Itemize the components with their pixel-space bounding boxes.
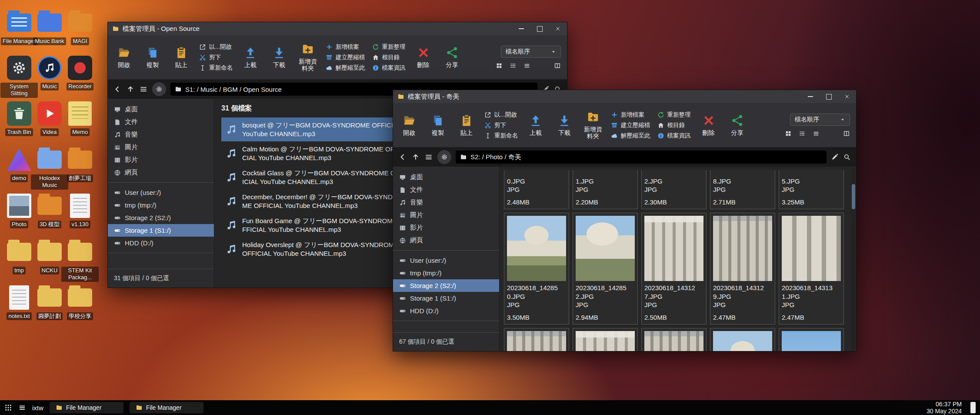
clock[interactable]: 06:37 PM 30 May 2024: [927, 401, 964, 415]
sidebar-item-storage-2[interactable]: Storage 2 (S2:/): [393, 279, 499, 292]
new-folder-button[interactable]: 新增資料夾: [297, 43, 319, 72]
open-button[interactable]: 開啟: [398, 114, 420, 136]
root-button[interactable]: 根目錄: [372, 54, 406, 61]
copy-button[interactable]: 複製: [142, 46, 163, 68]
refresh-button[interactable]: 重新整理: [372, 43, 406, 51]
sort-dropdown[interactable]: 檔名順序: [501, 46, 561, 58]
grid-view-icon[interactable]: [785, 130, 792, 137]
paste-button[interactable]: 貼上: [170, 46, 192, 68]
photo-cell[interactable]: 20230618_143129.JPGJPG2.47MB: [710, 213, 775, 325]
window-list-icon[interactable]: [18, 404, 26, 412]
sidebar-item-desktop[interactable]: 桌面: [393, 171, 499, 184]
menu-icon[interactable]: [139, 85, 148, 94]
up-icon[interactable]: [411, 153, 420, 161]
sidebar-item-hdd[interactable]: HDD (D:/): [108, 237, 214, 249]
grid-view-icon[interactable]: [496, 62, 503, 69]
maximize-button[interactable]: [530, 22, 549, 35]
sidebar-item-hdd[interactable]: HDD (D:/): [393, 305, 499, 317]
new-folder-button[interactable]: 新增資料夾: [582, 110, 604, 140]
desktop-icon-school-share[interactable]: 學校分享: [61, 284, 99, 320]
desktop-icon-stem-kit[interactable]: STEM Kit Packag...: [61, 238, 99, 282]
columns-view-icon[interactable]: [843, 130, 850, 137]
sort-dropdown[interactable]: 檔名順序: [790, 114, 850, 126]
photo-cell[interactable]: [573, 328, 638, 351]
sidebar-item-documents[interactable]: 文件: [393, 184, 499, 196]
back-icon[interactable]: [398, 153, 407, 161]
compact-view-icon[interactable]: [523, 62, 530, 69]
sidebar-item-music[interactable]: 音樂: [393, 196, 499, 209]
app-launcher-icon[interactable]: [4, 404, 12, 412]
list-view-icon[interactable]: [510, 62, 517, 69]
sidebar-item-tmp-drive[interactable]: tmp (tmp:/): [393, 267, 499, 279]
upload-button[interactable]: 上載: [240, 46, 261, 68]
sidebar-item-tmp-drive[interactable]: tmp (tmp:/): [108, 199, 214, 211]
photo-cell[interactable]: 20230618_142850.JPGJPG3.50MB: [504, 213, 569, 325]
photo-cell[interactable]: 5.JPGJPG3.25MB: [779, 170, 844, 209]
file-info-button[interactable]: 檔案資訊: [372, 64, 406, 72]
sidebar-item-documents[interactable]: 文件: [108, 116, 214, 128]
sidebar-item-pictures[interactable]: 圖片: [393, 209, 499, 221]
photo-cell[interactable]: 20230618_143127.JPGJPG2.50MB: [641, 213, 707, 325]
sidebar-item-storage-2[interactable]: Storage 2 (S2:/): [108, 211, 214, 224]
sidebar-item-videos[interactable]: 影片: [108, 154, 214, 166]
photo-cell[interactable]: 2.JPGJPG2.30MB: [641, 170, 707, 209]
photo-cell[interactable]: 1.JPGJPG2.20MB: [573, 170, 638, 209]
paste-button[interactable]: 貼上: [456, 114, 477, 136]
sidebar-item-user-drive[interactable]: User (user:/): [108, 186, 214, 199]
path-bar[interactable]: S2: / Photo / 奇美: [456, 151, 827, 164]
sidebar-item-pictures[interactable]: 圖片: [108, 141, 214, 154]
upload-button[interactable]: 上載: [525, 114, 547, 136]
search-icon[interactable]: [843, 153, 851, 161]
minimize-button[interactable]: [512, 22, 530, 35]
minimize-button[interactable]: [801, 90, 820, 103]
back-icon[interactable]: [113, 85, 122, 94]
scrollbar[interactable]: [852, 168, 855, 349]
rename-button[interactable]: 重新命名: [484, 132, 518, 140]
sidebar-item-music[interactable]: 音樂: [108, 128, 214, 141]
menu-icon[interactable]: [424, 153, 433, 161]
close-button[interactable]: [549, 22, 567, 35]
titlebar[interactable]: 檔案管理員 - 奇美: [393, 90, 856, 103]
compact-view-icon[interactable]: [813, 130, 820, 137]
delete-button[interactable]: 刪除: [698, 114, 720, 136]
extract-here-button[interactable]: 解壓縮至此: [326, 64, 365, 72]
show-desktop-button[interactable]: [970, 402, 976, 413]
sidebar-item-web[interactable]: 網頁: [108, 166, 214, 179]
photo-cell[interactable]: [504, 328, 569, 351]
taskbar-item-file-manager-2[interactable]: File Manager: [130, 402, 203, 413]
create-archive-button[interactable]: 建立壓縮檔: [611, 121, 650, 129]
list-view-icon[interactable]: [799, 130, 806, 137]
desktop-icon-memo[interactable]: Memo: [61, 100, 99, 136]
close-button[interactable]: [838, 90, 856, 103]
delete-button[interactable]: 刪除: [413, 46, 434, 68]
file-info-button[interactable]: 檔案資訊: [657, 132, 691, 140]
share-button[interactable]: 分享: [441, 46, 463, 68]
download-button[interactable]: 下載: [553, 114, 575, 136]
copy-button[interactable]: 複製: [427, 114, 449, 136]
sidebar-item-storage-1[interactable]: Storage 1 (S1:/): [108, 224, 214, 237]
photo-cell[interactable]: 20230618_142852.JPGJPG2.94MB: [573, 213, 638, 325]
extract-here-button[interactable]: 解壓縮至此: [611, 132, 650, 140]
sidebar-item-web[interactable]: 網頁: [393, 234, 499, 247]
refresh-button[interactable]: 重新整理: [657, 111, 691, 119]
desktop-icon-v1130[interactable]: v1.130: [61, 192, 99, 228]
photo-cell[interactable]: 8.JPGJPG2.71MB: [710, 170, 775, 209]
input-method-indicator[interactable]: ixtw: [32, 404, 43, 412]
desktop-icon-magi[interactable]: MAGI: [61, 9, 99, 45]
maximize-button[interactable]: [820, 90, 838, 103]
taskbar-item-file-manager-1[interactable]: File Manager: [50, 402, 123, 413]
root-button[interactable]: 根目錄: [657, 121, 691, 129]
photo-cell[interactable]: 20230618_143131.JPGJPG2.47MB: [779, 213, 844, 325]
rename-button[interactable]: 重新命名: [199, 64, 233, 72]
settings-button[interactable]: [437, 150, 451, 164]
settings-button[interactable]: [152, 82, 166, 96]
open-button[interactable]: 開啟: [113, 46, 135, 68]
titlebar[interactable]: 檔案管理員 - Open Source: [108, 22, 567, 35]
download-button[interactable]: 下載: [268, 46, 290, 68]
columns-view-icon[interactable]: [554, 62, 561, 69]
create-archive-button[interactable]: 建立壓縮檔: [326, 54, 365, 61]
sidebar-item-storage-1[interactable]: Storage 1 (S1:/): [393, 292, 499, 305]
edit-path-icon[interactable]: [831, 153, 839, 161]
photo-cell[interactable]: [641, 328, 707, 351]
cut-button[interactable]: 剪下: [484, 121, 518, 129]
